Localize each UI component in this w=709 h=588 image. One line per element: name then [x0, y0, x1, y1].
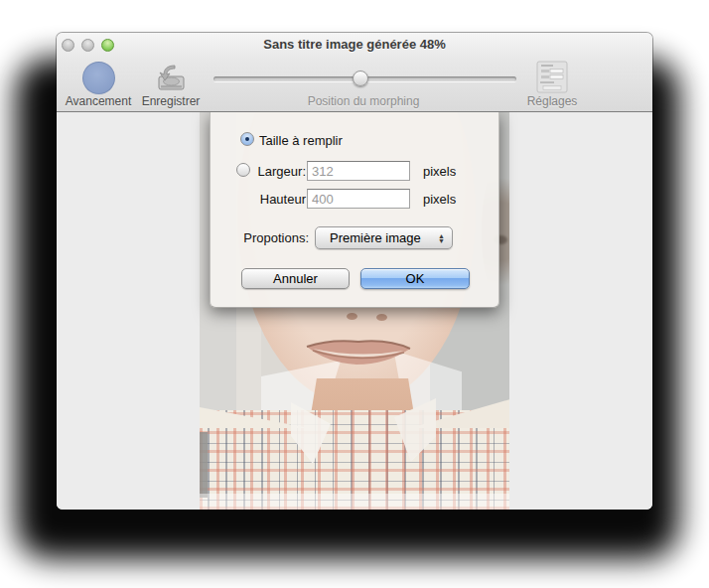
height-row: Hauteur pixels	[211, 188, 498, 210]
toolbar: Avancement Enregistrer Position du morph…	[57, 57, 652, 112]
height-unit: pixels	[423, 192, 456, 207]
export-size-sheet: Taille à remplir Largeur: pixels Hauteur…	[210, 112, 499, 308]
toolbar-item-enregistrer: Enregistrer	[137, 94, 205, 108]
nostril-left	[347, 313, 357, 320]
slider-thumb[interactable]	[353, 71, 368, 86]
sheet-buttons-row: Annuler OK	[211, 268, 498, 290]
proportions-label: Propotions:	[213, 230, 309, 245]
morph-position-slider[interactable]	[213, 76, 516, 81]
fill-size-radio[interactable]	[240, 132, 254, 146]
popup-stepper-icon: ▲▼	[435, 228, 448, 248]
proportions-popup[interactable]: Première image ▲▼	[315, 226, 453, 249]
titlebar: Sans titre image générée 48%	[57, 33, 652, 57]
cancel-button[interactable]: Annuler	[241, 268, 350, 289]
width-input[interactable]	[307, 161, 410, 181]
toolbar-item-reglages: Réglages	[522, 94, 582, 108]
screenshot-stage: Sans titre image générée 48% Avancement …	[0, 0, 709, 588]
photo-bottom-light-band	[200, 494, 509, 510]
progress-circle-icon[interactable]	[82, 62, 115, 94]
mouth-shape	[299, 325, 418, 380]
fill-size-label: Taille à remplir	[259, 133, 343, 148]
window-title: Sans titre image générée 48%	[57, 37, 652, 52]
ok-button[interactable]: OK	[360, 268, 470, 289]
app-window: Sans titre image générée 48% Avancement …	[57, 33, 652, 510]
proportions-row: Propotions: Première image ▲▼	[211, 226, 498, 250]
save-icon[interactable]	[153, 62, 189, 93]
nostril-right	[376, 314, 387, 321]
width-label: Largeur:	[211, 164, 306, 179]
height-label: Hauteur	[211, 192, 306, 207]
toolbar-item-position-morphing: Position du morphing	[294, 94, 433, 108]
height-input[interactable]	[307, 189, 410, 209]
proportions-selected-value: Première image	[330, 230, 421, 245]
settings-icon[interactable]	[534, 61, 570, 93]
width-row: Largeur: pixels	[211, 160, 498, 182]
fill-size-row: Taille à remplir	[211, 132, 498, 148]
toolbar-item-avancement: Avancement	[65, 94, 132, 108]
photo-left-dark-edge	[200, 432, 208, 498]
document-area: Taille à remplir Largeur: pixels Hauteur…	[57, 112, 652, 510]
width-unit: pixels	[423, 164, 456, 179]
